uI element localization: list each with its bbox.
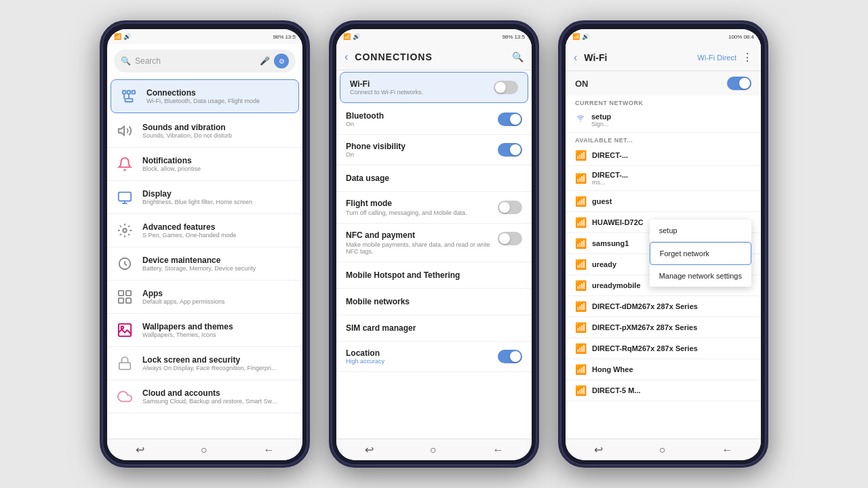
apps-sub: Default apps, App permissions [142, 298, 225, 305]
context-menu[interactable]: setup Forget network Manage network sett… [650, 220, 751, 287]
sounds-icon [114, 120, 136, 142]
nav-recent-3[interactable]: ↩ [594, 443, 603, 456]
sounds-sub: Sounds, Vibration, Do not disturb [142, 132, 232, 139]
settings-item-device[interactable]: Device maintenance Battery, Storage, Mem… [107, 247, 302, 281]
phone-vis-sub: On [346, 151, 406, 158]
wifi-signal-icon-3: 📶 [575, 196, 587, 207]
nav-recent-2[interactable]: ↩ [365, 443, 374, 456]
settings-item-connections[interactable]: Connections Wi-Fi, Bluetooth, Data usage… [111, 79, 299, 113]
settings-item-apps[interactable]: Apps Default apps, App permissions [107, 281, 302, 314]
svg-rect-13 [126, 291, 131, 296]
nav-back-1[interactable]: ← [263, 444, 274, 456]
conn-data-usage[interactable]: Data usage [336, 165, 532, 192]
wifi-network-direct-px[interactable]: 📶 DIRECT-pXM267x 287x Series [566, 317, 761, 338]
connections-icon [118, 85, 140, 107]
svg-rect-1 [127, 91, 131, 94]
wifi-network-direct-rq[interactable]: 📶 DIRECT-RqM267x 287x Series [566, 338, 761, 359]
context-menu-setup[interactable]: setup [650, 220, 751, 242]
notifications-icon [114, 153, 136, 175]
conn-hotspot[interactable]: Mobile Hotspot and Tethering [336, 262, 532, 289]
connections-header: ‹ CONNECTIONS 🔍 [336, 44, 532, 70]
wifi-dot: · [721, 80, 723, 87]
settings-item-sounds[interactable]: Sounds and vibration Sounds, Vibration, … [107, 115, 302, 148]
settings-item-wallpapers[interactable]: Wallpapers and themes Wallpapers, Themes… [107, 314, 302, 347]
settings-item-advanced[interactable]: Advanced features S Pen, Games, One-hand… [107, 214, 302, 247]
wifi-direct-link[interactable]: Wi-Fi Direct [698, 54, 736, 62]
lock-title: Lock screen and security [142, 355, 276, 365]
back-button-2[interactable]: ‹ [344, 51, 348, 63]
conn-location[interactable]: Location High accuracy [336, 342, 532, 372]
wallpapers-sub: Wallpapers, Themes, Icons [142, 331, 233, 338]
wifi-signal-icon-12: 📶 [575, 385, 587, 396]
conn-bluetooth[interactable]: Bluetooth On [336, 104, 532, 135]
conn-wifi[interactable]: Wi-Fi Connect to Wi-Fi networks. [340, 72, 528, 103]
advanced-title: Advanced features [142, 222, 237, 232]
phone-connections: 📶 🔊 98% 13:5 ‹ CONNECTIONS 🔍 Wi-Fi [329, 20, 539, 468]
current-network-item[interactable]: setup Sign... [566, 108, 761, 133]
wifi-signal-icon: 📶 [575, 150, 587, 161]
device-title: Device maintenance [142, 256, 256, 265]
wifi-toggle[interactable] [494, 81, 518, 94]
conn-nfc[interactable]: NFC and payment Make mobile payments, sh… [336, 224, 532, 262]
settings-item-notifications[interactable]: Notifications Block, allow, prioritise [107, 148, 302, 181]
settings-item-display[interactable]: Display Brightness, Blue light filter, H… [107, 181, 302, 214]
status-bar-1: 📶 🔊 98% 13:5 [107, 29, 302, 44]
search-bar[interactable]: 🔍 Search 🎤 ⚙ [114, 49, 296, 73]
phone-vis-toggle[interactable] [498, 143, 522, 157]
phone-wifi: 📶 🔊 100% 08:4 ‹ Wi-Fi Wi-Fi Direct ⋮ ON … [558, 20, 768, 468]
status-icons-2: 📶 🔊 [343, 33, 360, 40]
wifi-main-toggle[interactable] [727, 77, 751, 90]
profile-button[interactable]: ⚙ [274, 54, 289, 68]
location-toggle[interactable] [498, 350, 522, 363]
wifi-signal-icon-8: 📶 [575, 301, 587, 312]
current-net-sub: Sign... [591, 121, 611, 127]
nav-home-1[interactable]: ○ [201, 444, 208, 456]
wifi-network-hongwhee[interactable]: 📶 Hong Whee [566, 359, 761, 380]
advanced-text: Advanced features S Pen, Games, One-hand… [142, 222, 237, 239]
bluetooth-label: Bluetooth [346, 111, 384, 121]
more-options-button[interactable]: ⋮ [742, 51, 753, 64]
display-sub: Brightness, Blue light filter, Home scre… [142, 199, 252, 205]
bluetooth-toggle[interactable] [498, 113, 522, 126]
wifi-network-dir2[interactable]: 📶 DIRECT-... ms... [566, 166, 761, 191]
nav-bar-1: ↩ ○ ← [107, 439, 302, 460]
conn-mobile-networks[interactable]: Mobile networks [336, 289, 532, 315]
nav-back-2[interactable]: ← [492, 444, 503, 456]
search-placeholder: Search [135, 56, 256, 66]
notifications-title: Notifications [142, 156, 201, 165]
wifi-networks-list: 📶 DIRECT-... 📶 DIRECT-... ms... 📶 gues [566, 145, 761, 439]
phones-container: 📶 🔊 98% 13:5 🔍 Search 🎤 ⚙ [0, 0, 868, 488]
wifi-network-direct-5[interactable]: 📶 DIRECT-5 M... [566, 380, 761, 401]
settings-item-lock[interactable]: Lock screen and security Always On Displ… [107, 347, 302, 380]
wifi-network-guest[interactable]: 📶 guest [566, 191, 761, 212]
settings-item-cloud[interactable]: Cloud and accounts Samsung Cloud, Backup… [107, 380, 302, 413]
voice-icon[interactable]: 🎤 [260, 56, 270, 66]
svg-rect-0 [123, 91, 126, 94]
nav-bar-3: ↩ ○ ← [566, 439, 761, 460]
svg-rect-14 [119, 298, 123, 303]
available-label: AVAILABLE NET... [566, 133, 761, 145]
conn-phone-visibility[interactable]: Phone visibility On [336, 135, 532, 165]
status-icons-3: 📶 🔊 [572, 33, 589, 40]
flight-toggle[interactable] [498, 201, 522, 214]
context-menu-forget[interactable]: Forget network [650, 242, 751, 265]
apps-text: Apps Default apps, App permissions [142, 289, 225, 305]
nav-home-2[interactable]: ○ [430, 444, 437, 456]
nav-home-3[interactable]: ○ [659, 444, 666, 456]
context-menu-manage[interactable]: Manage network settings [650, 265, 751, 287]
wifi-network-direct-dm[interactable]: 📶 DIRECT-dDM267x 287x Series [566, 296, 761, 317]
conn-flight-mode[interactable]: Flight mode Turn off calling, messaging,… [336, 192, 532, 224]
wifi-network-dir1[interactable]: 📶 DIRECT-... [566, 145, 761, 166]
conn-sim[interactable]: SIM card manager [336, 315, 532, 342]
location-sub: High accuracy [346, 358, 384, 365]
nav-recent-1[interactable]: ↩ [136, 443, 144, 456]
notifications-text: Notifications Block, allow, prioritise [142, 156, 201, 172]
battery-2: 98% [502, 34, 513, 40]
search-icon-2[interactable]: 🔍 [512, 52, 524, 62]
nfc-toggle[interactable] [498, 232, 522, 245]
svg-rect-2 [132, 91, 136, 94]
nav-back-3[interactable]: ← [722, 444, 732, 456]
back-button-3[interactable]: ‹ [574, 52, 577, 64]
svg-rect-18 [119, 363, 131, 369]
connections-page-title: CONNECTIONS [355, 52, 512, 62]
